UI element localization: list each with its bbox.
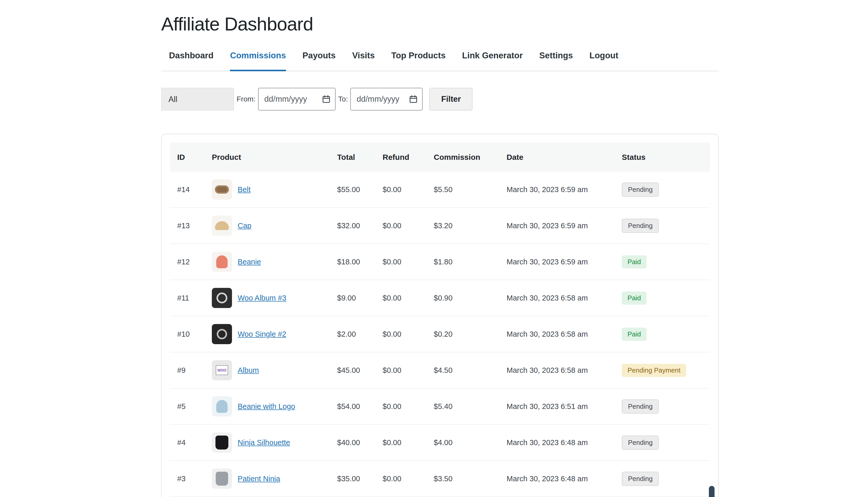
status-badge: Paid: [622, 328, 647, 341]
product-link[interactable]: Beanie: [238, 258, 261, 266]
total-value: $2.00: [330, 330, 375, 339]
order-id: #3: [170, 474, 205, 483]
tab-visits[interactable]: Visits: [352, 51, 375, 71]
product-cell: Woo Single #2: [205, 324, 330, 344]
commission-value: $4.00: [426, 438, 499, 447]
date-value: March 30, 2023 6:58 am: [499, 366, 615, 374]
date-value: March 30, 2023 6:48 am: [499, 474, 615, 483]
total-value: $18.00: [330, 258, 375, 266]
product-link[interactable]: Cap: [238, 222, 251, 230]
product-thumbnail: [212, 324, 232, 344]
date-value: March 30, 2023 6:59 am: [499, 258, 615, 266]
product-link[interactable]: Woo Album #3: [238, 294, 286, 302]
status-badge: Pending Payment: [622, 364, 686, 377]
status-cell: Paid: [615, 292, 710, 305]
refund-value: $0.00: [375, 258, 426, 266]
order-id: #14: [170, 185, 205, 194]
date-value: March 30, 2023 6:51 am: [499, 402, 615, 411]
date-value: March 30, 2023 6:59 am: [499, 185, 615, 194]
status-cell: Pending Payment: [615, 364, 710, 377]
status-badge: Pending: [622, 183, 659, 197]
order-id: #5: [170, 402, 205, 411]
order-id: #11: [170, 294, 205, 302]
table-row: #13 Cap $32.00 $0.00 $3.20 March 30, 202…: [170, 208, 710, 244]
table-header-row: ID Product Total Refund Commission Date …: [170, 143, 710, 172]
product-cell: Patient Ninja: [205, 469, 330, 489]
order-id: #9: [170, 366, 205, 374]
tab-settings[interactable]: Settings: [540, 51, 573, 71]
product-thumbnail: [212, 396, 232, 416]
filter-button[interactable]: Filter: [429, 88, 473, 111]
product-link[interactable]: Woo Single #2: [238, 330, 286, 339]
tab-top-products[interactable]: Top Products: [391, 51, 446, 71]
date-value: March 30, 2023 6:59 am: [499, 222, 615, 230]
table-row: #10 Woo Single #2 $2.00 $0.00 $0.20 Marc…: [170, 316, 710, 352]
tab-commissions[interactable]: Commissions: [230, 51, 286, 71]
date-value: March 30, 2023 6:58 am: [499, 330, 615, 339]
total-value: $55.00: [330, 185, 375, 194]
product-cell: Beanie: [205, 252, 330, 272]
tab-link-generator[interactable]: Link Generator: [462, 51, 523, 71]
product-thumbnail: [212, 252, 232, 272]
total-value: $54.00: [330, 402, 375, 411]
product-link[interactable]: Patient Ninja: [238, 474, 280, 483]
status-badge: Paid: [622, 255, 647, 269]
table-row: #5 Beanie with Logo $54.00 $0.00 $5.40 M…: [170, 388, 710, 425]
nav-tabs: Dashboard Commissions Payouts Visits Top…: [161, 51, 719, 71]
filter-bar: All From: To:: [161, 88, 719, 111]
status-cell: Pending: [615, 183, 710, 197]
status-badge: Paid: [622, 292, 647, 305]
refund-value: $0.00: [375, 402, 426, 411]
total-value: $45.00: [330, 366, 375, 374]
status-badge: Pending: [622, 399, 659, 414]
to-date-input[interactable]: [350, 88, 423, 111]
product-thumbnail: [212, 180, 232, 200]
column-header-total: Total: [330, 153, 375, 161]
product-cell: Belt: [205, 180, 330, 200]
status-cell: Pending: [615, 436, 710, 450]
refund-value: $0.00: [375, 294, 426, 302]
status-badge: Pending: [622, 219, 659, 233]
status-cell: Paid: [615, 255, 710, 269]
status-badge: Pending: [622, 436, 659, 450]
column-header-status: Status: [615, 153, 710, 161]
refund-value: $0.00: [375, 366, 426, 374]
order-id: #10: [170, 330, 205, 339]
product-cell: Ninja Silhouette: [205, 432, 330, 453]
commission-value: $5.50: [426, 185, 499, 194]
page-title: Affiliate Dashboard: [161, 13, 719, 34]
refund-value: $0.00: [375, 185, 426, 194]
product-link[interactable]: Ninja Silhouette: [238, 438, 290, 447]
table-row: #12 Beanie $18.00 $0.00 $1.80 March 30, …: [170, 244, 710, 280]
status-badge: Pending: [622, 472, 659, 486]
table-row: #9 Album $45.00 $0.00 $4.50 March 30, 20…: [170, 352, 710, 388]
status-cell: Pending: [615, 399, 710, 414]
scrollbar-thumb[interactable]: [709, 486, 715, 497]
product-link[interactable]: Beanie with Logo: [238, 402, 295, 411]
tab-logout[interactable]: Logout: [589, 51, 618, 71]
tab-dashboard[interactable]: Dashboard: [169, 51, 213, 71]
main-content: Affiliate Dashboard Dashboard Commission…: [161, 13, 719, 497]
order-id: #4: [170, 438, 205, 447]
commissions-table-card: ID Product Total Refund Commission Date …: [161, 134, 719, 497]
product-link[interactable]: Belt: [238, 185, 251, 194]
status-filter-select[interactable]: All: [161, 88, 234, 111]
to-date-wrap: [350, 88, 423, 111]
tab-payouts[interactable]: Payouts: [303, 51, 336, 71]
column-header-product: Product: [205, 153, 330, 161]
product-link[interactable]: Album: [238, 366, 259, 374]
product-thumbnail: [212, 360, 232, 380]
product-cell: Album: [205, 360, 330, 380]
product-thumbnail: [212, 469, 232, 489]
refund-value: $0.00: [375, 222, 426, 230]
from-date-input[interactable]: [258, 88, 336, 111]
refund-value: $0.00: [375, 330, 426, 339]
product-thumbnail: [212, 216, 232, 236]
status-cell: Pending: [615, 219, 710, 233]
product-cell: Beanie with Logo: [205, 396, 330, 416]
total-value: $35.00: [330, 474, 375, 483]
commission-value: $0.90: [426, 294, 499, 302]
commission-value: $3.20: [426, 222, 499, 230]
column-header-date: Date: [499, 153, 615, 161]
total-value: $32.00: [330, 222, 375, 230]
